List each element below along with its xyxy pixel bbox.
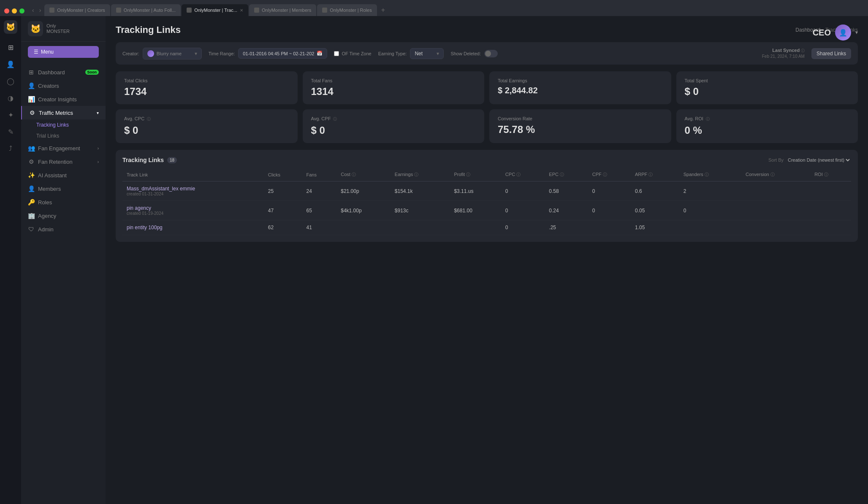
menu-button[interactable]: ☰ Menu [28, 46, 99, 58]
last-synced: Last Synced ⓘ Feb 21, 2024, 7:10 AM [762, 47, 805, 60]
col-cost: Cost ⓘ [336, 168, 391, 182]
cell-profit [450, 220, 501, 235]
cell-arpf: 0.05 [631, 201, 679, 220]
user-role: CEO [813, 28, 831, 38]
stat-value-earnings: $ 2,844.82 [498, 86, 663, 95]
menu-icon: ☰ [34, 49, 38, 55]
sidebar-item-agency[interactable]: 🏢 Agency [21, 209, 106, 222]
stat-conversion-rate: Conversion Rate 75.78 % [489, 109, 671, 143]
cell-spanders [679, 220, 741, 235]
cell-earnings [391, 220, 450, 235]
tab-favicon [322, 8, 327, 13]
sidebar-item-admin[interactable]: 🛡 Admin [21, 222, 106, 236]
col-track-link: Track Link [122, 168, 264, 182]
rail-icon-moon[interactable]: ◑ [4, 91, 17, 105]
cell-profit: $681.00 [450, 201, 501, 220]
creator-chevron-icon: ▾ [195, 51, 197, 57]
traffic-icon: ⚙ [29, 109, 35, 116]
cell-track-link[interactable]: pin entity 100pg [122, 220, 264, 235]
date-range-picker[interactable]: 01-01-2016 04:45 PM ~ 02-21-202 📅 [238, 48, 327, 59]
table-head: Track Link Clicks Fans Cost ⓘ Earnings ⓘ… [122, 168, 851, 182]
info-icon-spanders: ⓘ [705, 172, 709, 177]
tab-autofoll[interactable]: OnlyMonster | Auto Foll... [111, 4, 181, 16]
tab-members[interactable]: OnlyMonster | Members [249, 4, 316, 16]
timezone-filter: OF Time Zone [334, 51, 371, 56]
cell-cpc: 0 [501, 201, 545, 220]
tab-roles[interactable]: OnlyMonster | Roles [317, 4, 377, 16]
sidebar-header: 🐱 Only MONSTER [21, 16, 106, 42]
tab-favicon [116, 8, 121, 13]
user-area: CEO 👤 ▾ [813, 24, 858, 41]
rail-icon-star[interactable]: ✦ [4, 108, 17, 122]
user-chevron-icon[interactable]: ▾ [855, 30, 858, 35]
sidebar-item-creator-insights[interactable]: 📊 Creator Insights [21, 92, 106, 106]
show-deleted-toggle[interactable] [484, 50, 498, 57]
creator-select[interactable]: Blurry name ▾ [143, 48, 202, 60]
cell-epc: 0.58 [545, 182, 588, 201]
col-profit: Profit ⓘ [450, 168, 501, 182]
cell-conversion [741, 220, 810, 235]
toggle-knob [485, 51, 491, 57]
cell-cpf: 0 [588, 182, 631, 201]
table-row: pin entity 100pg 62 41 0 .25 1.05 [122, 220, 851, 235]
rail-icon-edit[interactable]: ✎ [4, 125, 17, 138]
info-icon-cpc-col: ⓘ [516, 172, 521, 177]
info-icon-cpf: ⓘ [333, 117, 337, 121]
sidebar-item-trial-links[interactable]: Trial Links [21, 130, 106, 141]
tab-favicon [254, 8, 259, 13]
sidebar-item-dashboard[interactable]: ⊞ Dashboard Soon [21, 65, 106, 79]
sidebar-item-ai-assistant[interactable]: ✨ AI Assistant [21, 168, 106, 182]
close-button[interactable] [4, 8, 9, 14]
sidebar-item-fan-retention[interactable]: ⚙ Fan Retention › [21, 155, 106, 168]
table-wrapper: Track Link Clicks Fans Cost ⓘ Earnings ⓘ… [122, 168, 851, 235]
stat-label-fans: Total Fans [311, 78, 476, 83]
stat-value-fans: 1314 [311, 86, 476, 98]
cell-spanders: 0 [679, 201, 741, 220]
new-tab-button[interactable]: + [378, 4, 388, 16]
members-icon: 👤 [28, 185, 35, 192]
sidebar-item-tracking-links[interactable]: Tracking Links [21, 119, 106, 130]
tab-close-icon[interactable]: ✕ [240, 8, 243, 13]
of-timezone-checkbox[interactable] [334, 51, 339, 56]
shared-links-button[interactable]: Shared Links [811, 48, 851, 59]
back-button[interactable]: ‹ [30, 7, 36, 14]
sidebar-item-roles[interactable]: 🔑 Roles [21, 195, 106, 209]
cell-track-link[interactable]: Mass_dmAssistant_lex emmie created 01-31… [122, 182, 264, 201]
table-row: pin agency created 01-19-2024 47 65 $4k1… [122, 201, 851, 220]
cell-cpc: 0 [501, 220, 545, 235]
col-earnings: Earnings ⓘ [391, 168, 450, 182]
maximize-button[interactable] [19, 8, 24, 14]
sort-by-select[interactable]: Creation Date (newest first) [786, 157, 851, 163]
stats-row-1: Total Clicks 1734 Total Fans 1314 Total … [116, 71, 858, 104]
sidebar-item-fan-engagement[interactable]: 👥 Fan Engagement › [21, 141, 106, 155]
cell-fans: 41 [302, 220, 336, 235]
sidebar: 🐱 Only MONSTER ☰ Menu ⊞ Dashboard Soon 👤… [21, 16, 106, 504]
forward-button[interactable]: › [38, 7, 43, 14]
stat-label-earnings: Total Earnings [498, 78, 663, 83]
rail-icon-share[interactable]: ⤴ [4, 142, 17, 155]
col-epc: EPC ⓘ [545, 168, 588, 182]
rail-icon-person[interactable]: 👤 [4, 57, 17, 71]
rail-logo[interactable]: 🐱 [4, 20, 17, 34]
tab-tracking[interactable]: OnlyMonster | Trac... ✕ [182, 4, 248, 16]
earning-type-select[interactable]: Net ▾ [410, 48, 444, 59]
sidebar-item-creators[interactable]: 👤 Creators [21, 79, 106, 92]
rail-icon-home[interactable]: ⊞ [4, 41, 17, 54]
rail-icon-circle[interactable]: ◯ [4, 74, 17, 88]
insights-icon: 📊 [28, 96, 35, 103]
sidebar-item-traffic-metrics[interactable]: ⚙ Traffic Metrics ▾ [21, 106, 106, 119]
user-avatar[interactable]: 👤 [835, 24, 851, 41]
earning-type-filter: Earning Type: Net ▾ [378, 48, 444, 59]
minimize-button[interactable] [12, 8, 17, 14]
stat-value-avg-cpf: $ 0 [311, 125, 476, 136]
tab-creators[interactable]: OnlyMonster | Creators [44, 4, 110, 16]
fan-retention-icon: ⚙ [28, 158, 35, 165]
stat-total-earnings: Total Earnings $ 2,844.82 [489, 71, 671, 104]
col-roi: ROI ⓘ [810, 168, 851, 182]
stat-label-avg-roi: Avg. ROI ⓘ [685, 116, 850, 122]
tab-favicon-active [187, 8, 192, 13]
cell-track-link[interactable]: pin agency created 01-19-2024 [122, 201, 264, 220]
cell-cpf: 0 [588, 201, 631, 220]
nav-buttons: ‹ › [30, 7, 43, 16]
sidebar-item-members[interactable]: 👤 Members [21, 182, 106, 195]
